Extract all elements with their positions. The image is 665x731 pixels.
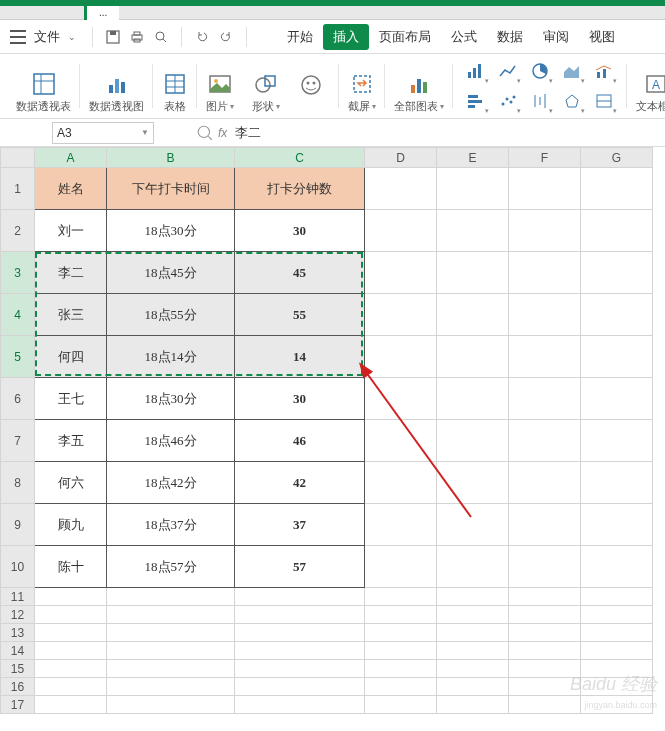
cell[interactable] [437, 660, 509, 678]
cell[interactable] [437, 378, 509, 420]
cell[interactable]: 下午打卡时间 [107, 168, 235, 210]
cell[interactable] [581, 210, 653, 252]
row-header[interactable]: 2 [1, 210, 35, 252]
pie-chart-icon[interactable]: ▾ [526, 58, 554, 84]
cell[interactable] [235, 588, 365, 606]
col-header[interactable]: A [35, 148, 107, 168]
cell[interactable] [365, 624, 437, 642]
cell[interactable] [235, 606, 365, 624]
cell[interactable] [365, 642, 437, 660]
cell[interactable] [581, 378, 653, 420]
area-chart-icon[interactable]: ▾ [558, 58, 586, 84]
hbar-chart-icon[interactable]: ▾ [462, 88, 490, 114]
cell[interactable] [365, 588, 437, 606]
col-header[interactable]: E [437, 148, 509, 168]
all-charts-button[interactable]: 全部图表▾ [386, 58, 452, 114]
cell[interactable] [581, 588, 653, 606]
cell[interactable] [365, 606, 437, 624]
cell[interactable] [235, 696, 365, 714]
file-menu[interactable]: 文件 [34, 28, 60, 46]
row-header[interactable]: 9 [1, 504, 35, 546]
cell[interactable] [581, 462, 653, 504]
cell[interactable] [365, 294, 437, 336]
cell[interactable]: 18点55分 [107, 294, 235, 336]
pivot-table-button[interactable]: 数据透视表 [8, 58, 79, 114]
cell[interactable]: 18点30分 [107, 210, 235, 252]
cell[interactable] [437, 252, 509, 294]
line-chart-icon[interactable]: ▾ [494, 58, 522, 84]
cell[interactable] [235, 624, 365, 642]
shapes-button[interactable]: 形状▾ [244, 58, 288, 114]
cell[interactable] [509, 378, 581, 420]
table-button[interactable]: 表格 [154, 58, 196, 114]
cell[interactable]: 57 [235, 546, 365, 588]
cell[interactable]: 14 [235, 336, 365, 378]
cell[interactable] [107, 642, 235, 660]
cell[interactable] [365, 210, 437, 252]
cell[interactable] [365, 504, 437, 546]
menu-icon[interactable] [10, 30, 26, 44]
row-header[interactable]: 15 [1, 660, 35, 678]
textbox-button[interactable]: A 文本框▾ [628, 58, 665, 114]
cell[interactable] [509, 624, 581, 642]
row-header[interactable]: 4 [1, 294, 35, 336]
menu-数据[interactable]: 数据 [487, 24, 533, 50]
scatter-chart-icon[interactable]: ▾ [494, 88, 522, 114]
print-icon[interactable] [127, 27, 147, 47]
combo-chart-icon[interactable]: ▾ [590, 58, 618, 84]
name-box[interactable]: A3▼ [52, 122, 154, 144]
cell[interactable] [581, 420, 653, 462]
menu-页面布局[interactable]: 页面布局 [369, 24, 441, 50]
row-header[interactable]: 6 [1, 378, 35, 420]
cell[interactable] [437, 336, 509, 378]
cell[interactable] [365, 168, 437, 210]
row-header[interactable]: 12 [1, 606, 35, 624]
col-header[interactable]: G [581, 148, 653, 168]
cell[interactable] [365, 696, 437, 714]
bar-chart-icon[interactable]: ▾ [462, 58, 490, 84]
cell[interactable]: 王七 [35, 378, 107, 420]
menu-视图[interactable]: 视图 [579, 24, 625, 50]
cell[interactable] [509, 294, 581, 336]
cell[interactable] [509, 696, 581, 714]
cell[interactable] [581, 252, 653, 294]
row-header[interactable]: 5 [1, 336, 35, 378]
cell[interactable] [509, 606, 581, 624]
cell[interactable] [509, 336, 581, 378]
cell[interactable]: 18点42分 [107, 462, 235, 504]
redo-icon[interactable] [216, 27, 236, 47]
cell[interactable] [365, 462, 437, 504]
cell[interactable] [107, 660, 235, 678]
cell[interactable] [437, 642, 509, 660]
cell[interactable]: 30 [235, 378, 365, 420]
cell[interactable] [365, 336, 437, 378]
pivot-chart-button[interactable]: 数据透视图 [81, 58, 152, 114]
cell[interactable] [107, 678, 235, 696]
cell[interactable] [509, 462, 581, 504]
cell[interactable]: 37 [235, 504, 365, 546]
cell[interactable]: 李二 [35, 252, 107, 294]
cell[interactable] [509, 642, 581, 660]
cell[interactable] [509, 546, 581, 588]
cell[interactable] [107, 696, 235, 714]
cell[interactable]: 顾九 [35, 504, 107, 546]
cell[interactable] [581, 606, 653, 624]
radar-chart-icon[interactable]: ▾ [558, 88, 586, 114]
cell[interactable] [509, 210, 581, 252]
cell[interactable] [581, 624, 653, 642]
col-header[interactable]: B [107, 148, 235, 168]
col-header[interactable]: D [365, 148, 437, 168]
chevron-down-icon[interactable]: ⌄ [68, 32, 76, 42]
cell[interactable]: 陈十 [35, 546, 107, 588]
undo-icon[interactable] [192, 27, 212, 47]
stock-chart-icon[interactable]: ▾ [526, 88, 554, 114]
more-chart-icon[interactable]: ▾ [590, 88, 618, 114]
row-header[interactable]: 11 [1, 588, 35, 606]
cell[interactable] [437, 504, 509, 546]
cell[interactable]: 42 [235, 462, 365, 504]
row-header[interactable]: 14 [1, 642, 35, 660]
cell[interactable]: 45 [235, 252, 365, 294]
cell[interactable]: 18点14分 [107, 336, 235, 378]
cell[interactable] [437, 588, 509, 606]
row-header[interactable]: 10 [1, 546, 35, 588]
